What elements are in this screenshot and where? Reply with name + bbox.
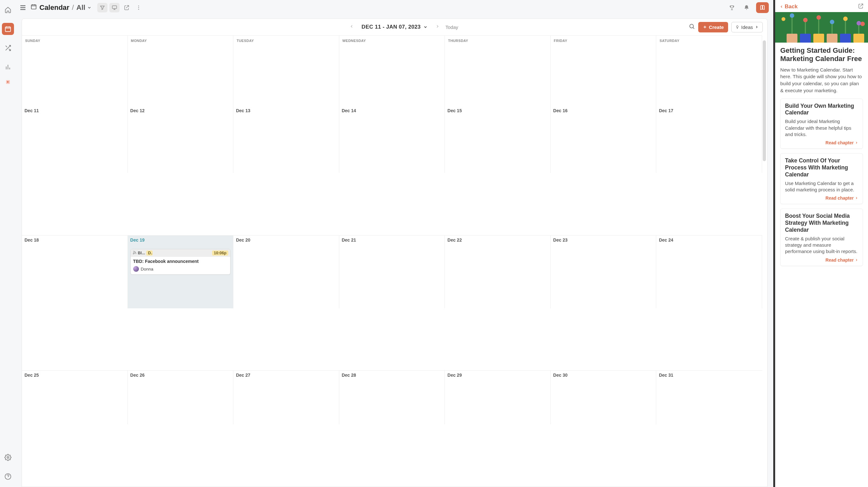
day-label: Dec 14 — [342, 108, 442, 113]
view-selector[interactable]: All — [76, 3, 92, 12]
day-cell[interactable]: Dec 19Bl...D...10:06pTBD: Facebook annou… — [128, 235, 234, 309]
guide-lead: New to Marketing Calendar. Start here. T… — [780, 66, 863, 94]
guide-back[interactable]: Back — [780, 3, 798, 10]
day-cell[interactable]: Dec 30 — [551, 370, 657, 424]
nav-settings[interactable] — [2, 451, 14, 463]
create-button[interactable]: Create — [698, 22, 728, 32]
chevron-right-icon — [755, 25, 758, 29]
filter-button[interactable] — [97, 3, 107, 12]
calendar-card: DEC 11 - JAN 07, 2023 Today Create — [22, 19, 768, 487]
day-of-week: WEDNESDAY — [342, 39, 442, 42]
day-cell[interactable]: Dec 20 — [234, 235, 339, 309]
ideas-label: Ideas — [741, 25, 753, 30]
next-range[interactable] — [433, 22, 442, 32]
achievements-button[interactable] — [727, 3, 737, 12]
guide-chapter: Take Control Of Your Process With Market… — [780, 153, 863, 204]
day-label: Dec 30 — [553, 372, 654, 378]
lightbulb-icon — [736, 25, 739, 29]
nav-calendar[interactable] — [2, 23, 14, 35]
day-cell[interactable]: Dec 16 — [551, 106, 657, 173]
calendar-grid: SUNDAYMONDAYTUESDAYWEDNESDAYTHURSDAYFRID… — [22, 35, 762, 487]
day-cell[interactable]: Dec 18 — [22, 235, 128, 309]
topbar: Calendar / All — [16, 0, 773, 15]
guide-toggle[interactable] — [756, 2, 769, 13]
calendar-icon — [31, 3, 37, 12]
chevron-down-icon — [423, 25, 428, 29]
day-label: Dec 25 — [25, 372, 125, 378]
day-cell[interactable]: Dec 12 — [128, 106, 234, 173]
avatar — [133, 266, 139, 272]
day-of-week: THURSDAY — [448, 39, 547, 42]
svg-rect-0 — [5, 27, 10, 32]
more-button[interactable] — [133, 3, 144, 12]
chapter-title: Build Your Own Marketing Calendar — [785, 103, 858, 117]
guide-back-label: Back — [785, 3, 798, 10]
day-cell[interactable]: Dec 21 — [339, 235, 445, 309]
day-cell[interactable]: Dec 15 — [445, 106, 551, 173]
menu-toggle[interactable] — [17, 2, 29, 13]
chevron-down-icon — [87, 5, 92, 10]
range-selector[interactable]: DEC 11 - JAN 07, 2023 — [362, 24, 428, 30]
chevron-right-icon — [855, 141, 858, 144]
range-label: DEC 11 - JAN 07, 2023 — [362, 24, 421, 30]
day-cell[interactable]: Dec 27 — [234, 370, 339, 424]
scrollbar[interactable] — [763, 37, 767, 487]
read-chapter-link[interactable]: Read chapter — [785, 140, 858, 145]
day-cell[interactable]: Dec 26 — [128, 370, 234, 424]
open-external[interactable] — [858, 3, 864, 10]
day-cell[interactable]: Dec 22 — [445, 235, 551, 309]
nav-star-icon[interactable]: ★ — [6, 80, 10, 84]
prev-range[interactable] — [347, 22, 356, 32]
read-chapter-link[interactable]: Read chapter — [785, 195, 858, 201]
nav-help[interactable] — [2, 470, 14, 483]
nav-home[interactable] — [2, 4, 14, 16]
read-chapter-link[interactable]: Read chapter — [785, 258, 858, 263]
share-button[interactable] — [121, 3, 132, 12]
day-label: Dec 15 — [447, 108, 548, 113]
present-button[interactable] — [110, 3, 120, 12]
today-button[interactable]: Today — [445, 25, 458, 30]
day-label: Dec 28 — [342, 372, 442, 378]
day-header: THURSDAY — [445, 36, 551, 106]
page-title: Calendar — [39, 3, 69, 12]
event-tag: Bl... — [138, 251, 145, 255]
day-cell[interactable]: Dec 11 — [22, 106, 128, 173]
event-card[interactable]: Bl...D...10:06pTBD: Facebook announcemen… — [130, 249, 231, 275]
day-label: Dec 13 — [236, 108, 336, 113]
day-cell[interactable]: Dec 13 — [234, 106, 339, 173]
chevron-right-icon — [855, 258, 858, 262]
ideas-button[interactable]: Ideas — [731, 22, 763, 32]
day-label: Dec 23 — [553, 237, 654, 242]
create-label: Create — [709, 25, 724, 30]
search-button[interactable] — [689, 23, 695, 31]
chapter-desc: Use Marketing Calendar to get a solid ma… — [785, 180, 858, 193]
main-column: Calendar / All — [16, 0, 773, 487]
nav-shuffle[interactable] — [2, 42, 14, 54]
day-cell[interactable]: Dec 17 — [656, 106, 762, 173]
day-label: Dec 12 — [130, 108, 231, 113]
day-label: Dec 19 — [130, 237, 231, 242]
day-cell[interactable]: Dec 31 — [656, 370, 762, 424]
day-header: FRIDAY — [551, 36, 657, 106]
day-of-week: FRIDAY — [554, 39, 653, 42]
day-cell[interactable]: Dec 24 — [656, 235, 762, 309]
day-label: Dec 17 — [659, 108, 759, 113]
chevron-left-icon — [780, 5, 783, 8]
day-cell[interactable]: Dec 29 — [445, 370, 551, 424]
read-chapter-label: Read chapter — [826, 258, 854, 263]
svg-rect-4 — [113, 6, 117, 8]
day-label: Dec 20 — [236, 237, 336, 242]
chapter-title: Take Control Of Your Process With Market… — [785, 157, 858, 178]
notifications-button[interactable] — [741, 3, 752, 12]
nav-reports[interactable] — [2, 61, 14, 73]
left-rail: ★ — [0, 0, 16, 487]
day-header: WEDNESDAY — [339, 36, 445, 106]
svg-point-8 — [690, 24, 693, 28]
day-cell[interactable]: Dec 23 — [551, 235, 657, 309]
day-of-week: SATURDAY — [659, 39, 758, 42]
day-cell[interactable]: Dec 25 — [22, 370, 128, 424]
day-cell[interactable]: Dec 28 — [339, 370, 445, 424]
event-title: TBD: Facebook announcement — [133, 259, 228, 264]
svg-rect-3 — [31, 5, 36, 9]
day-cell[interactable]: Dec 14 — [339, 106, 445, 173]
